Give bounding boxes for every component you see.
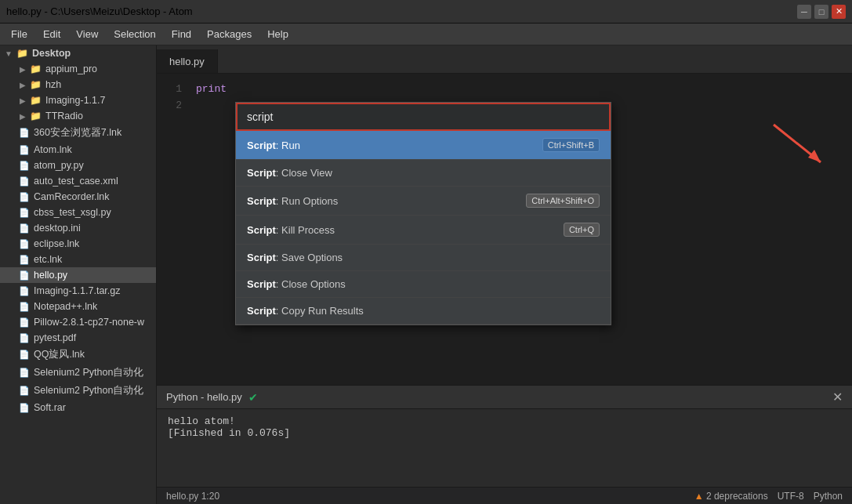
file-icon: 📄 xyxy=(19,368,30,378)
output-close-button[interactable]: ✕ xyxy=(832,390,843,404)
encoding-label: UTF-8 xyxy=(778,491,804,502)
list-item[interactable]: 📄 auto_test_case.xml xyxy=(0,173,156,189)
dropdown-item-script-run[interactable]: Script: Run Ctrl+Shift+B xyxy=(236,131,611,160)
dropdown-item-script-run-options[interactable]: Script: Run Options Ctrl+Alt+Shift+O xyxy=(236,187,611,216)
tab-hello-py[interactable]: hello.py xyxy=(157,49,218,73)
file-icon: 📄 xyxy=(19,239,30,249)
dropdown-item-script-kill-process[interactable]: Script: Kill Process Ctrl+Q xyxy=(236,216,611,245)
deprecations-warning[interactable]: ▲ 2 deprecations xyxy=(694,491,768,502)
file-label: Soft.rar xyxy=(34,402,66,413)
menu-help[interactable]: Help xyxy=(259,25,296,43)
file-icon: 📄 xyxy=(19,270,30,281)
dropdown-item-script-copy-run-results[interactable]: Script: Copy Run Results xyxy=(236,298,611,325)
arrow-annotation xyxy=(750,117,844,182)
file-icon: 📄 xyxy=(19,208,30,218)
sidebar-root-folder[interactable]: ▼ 📁 Desktop xyxy=(0,45,156,61)
menu-packages[interactable]: Packages xyxy=(199,25,259,43)
sidebar-folder-label: hzh xyxy=(45,79,61,90)
title-bar: hello.py - C:\Users\Meizu\Desktop - Atom… xyxy=(0,0,852,24)
list-item[interactable]: 📄 atom_py.py xyxy=(0,158,156,173)
list-item[interactable]: 📄 Notepad++.lnk xyxy=(0,299,156,314)
menu-edit[interactable]: Edit xyxy=(35,25,68,43)
list-item[interactable]: 📄 cbss_test_xsgl.py xyxy=(0,205,156,220)
file-label: Imaging-1.1.7.tar.gz xyxy=(34,285,120,296)
list-item[interactable]: 📄 360安全浏览器7.lnk xyxy=(0,124,156,142)
warning-icon: ▲ xyxy=(694,491,704,502)
file-icon: 📄 xyxy=(19,350,30,360)
folder-icon: 📁 xyxy=(30,111,42,121)
file-icon: 📄 xyxy=(19,255,30,265)
maximize-button[interactable]: □ xyxy=(814,5,828,19)
sidebar-folder-label: TTRadio xyxy=(45,111,83,121)
status-bar: hello.py 1:20 ▲ 2 deprecations UTF-8 Pyt… xyxy=(157,487,852,504)
list-item[interactable]: 📄 pytest.pdf xyxy=(0,330,156,346)
file-icon: 📄 xyxy=(19,128,30,138)
list-item[interactable]: 📄 Imaging-1.1.7.tar.gz xyxy=(0,283,156,299)
file-icon: 📄 xyxy=(19,333,30,343)
output-title: Python - hello.py xyxy=(166,391,242,403)
file-label: eclipse.lnk xyxy=(34,238,79,249)
list-item[interactable]: 📄 Pillow-2.8.1-cp27-none-w xyxy=(0,314,156,330)
file-label: CamRecorder.lnk xyxy=(34,191,110,202)
output-panel: Python - hello.py ✔ ✕ hello atom! [Finis… xyxy=(157,385,852,487)
sidebar-item-ttradio[interactable]: ▶ 📁 TTRadio xyxy=(0,108,156,124)
main-layout: ▼ 📁 Desktop ▶ 📁 appium_pro ▶ 📁 hzh ▶ 📁 I… xyxy=(0,45,852,504)
list-item[interactable]: 📄 Selenium2 Python自动化 xyxy=(0,382,156,400)
file-icon: 📄 xyxy=(19,286,30,296)
file-label: atom_py.py xyxy=(34,160,84,171)
file-icon: 📄 xyxy=(19,302,30,312)
file-label: Selenium2 Python自动化 xyxy=(34,366,143,379)
file-label: Selenium2 Python自动化 xyxy=(34,384,143,397)
code-editor[interactable]: 1 2 print Script: Run Ctrl+Shift+B Scrip… xyxy=(157,74,852,385)
list-item[interactable]: 📄 eclipse.lnk xyxy=(0,236,156,252)
list-item-hello-py[interactable]: 📄 hello.py xyxy=(0,267,156,283)
command-palette-input[interactable] xyxy=(236,103,611,131)
line-numbers: 1 2 xyxy=(157,74,188,385)
file-label: Pillow-2.8.1-cp27-none-w xyxy=(34,317,144,328)
dropdown-item-script-close-view[interactable]: Script: Close View xyxy=(236,160,611,187)
deprecation-count: 2 deprecations xyxy=(706,491,768,502)
list-item[interactable]: 📄 Soft.rar xyxy=(0,400,156,415)
chevron-down-icon: ▼ xyxy=(5,49,13,58)
file-label: Notepad++.lnk xyxy=(34,301,97,312)
menu-find[interactable]: Find xyxy=(164,25,199,43)
title-bar-controls: ─ □ ✕ xyxy=(797,5,846,19)
tab-bar: hello.py xyxy=(157,45,852,74)
close-button[interactable]: ✕ xyxy=(832,5,846,19)
file-label: Atom.lnk xyxy=(34,144,72,155)
status-file-position: hello.py 1:20 xyxy=(166,491,219,502)
file-icon: 📄 xyxy=(19,386,30,396)
sidebar-item-imaging[interactable]: ▶ 📁 Imaging-1.1.7 xyxy=(0,92,156,108)
chevron-right-icon: ▶ xyxy=(20,96,26,105)
list-item[interactable]: 📄 QQ旋风.lnk xyxy=(0,346,156,364)
dropdown-item-script-close-options[interactable]: Script: Close Options xyxy=(236,271,611,298)
file-icon: 📄 xyxy=(19,317,30,328)
list-item[interactable]: 📄 etc.lnk xyxy=(0,252,156,267)
sidebar-folder-label: Imaging-1.1.7 xyxy=(45,95,105,106)
list-item[interactable]: 📄 Atom.lnk xyxy=(0,142,156,158)
output-content: hello atom! [Finished in 0.076s] xyxy=(157,409,852,487)
file-icon: 📄 xyxy=(19,145,30,155)
status-right: ▲ 2 deprecations UTF-8 Python xyxy=(694,491,843,502)
check-icon: ✔ xyxy=(248,391,258,404)
list-item[interactable]: 📄 CamRecorder.lnk xyxy=(0,189,156,205)
dropdown-item-script-save-options[interactable]: Script: Save Options xyxy=(236,245,611,271)
line-number: 1 xyxy=(163,82,182,98)
minimize-button[interactable]: ─ xyxy=(797,5,811,19)
command-palette-dropdown: Script: Run Ctrl+Shift+B Script: Close V… xyxy=(235,102,611,325)
chevron-right-icon: ▶ xyxy=(20,65,26,74)
output-line: hello atom! xyxy=(168,415,841,427)
list-item[interactable]: 📄 Selenium2 Python自动化 xyxy=(0,364,156,382)
list-item[interactable]: 📄 desktop.ini xyxy=(0,220,156,236)
folder-icon: 📁 xyxy=(30,95,42,106)
menu-file[interactable]: File xyxy=(3,25,35,43)
file-icon: 📄 xyxy=(19,161,30,171)
menu-selection[interactable]: Selection xyxy=(106,25,163,43)
file-label: hello.py xyxy=(34,270,67,281)
sidebar-item-hzh[interactable]: ▶ 📁 hzh xyxy=(0,77,156,92)
menu-view[interactable]: View xyxy=(68,25,106,43)
language-label: Python xyxy=(814,491,843,502)
sidebar-item-appium-pro[interactable]: ▶ 📁 appium_pro xyxy=(0,61,156,77)
sidebar-folder-label: appium_pro xyxy=(45,63,97,74)
folder-icon: 📁 xyxy=(16,48,28,59)
